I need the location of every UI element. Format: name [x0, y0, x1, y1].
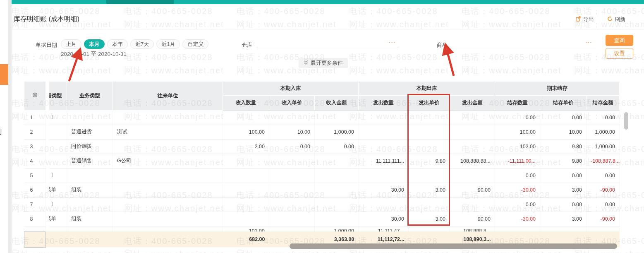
partner-column-header[interactable]: 往来单位	[113, 82, 223, 110]
table-cell	[67, 197, 113, 212]
table-cell	[409, 139, 450, 154]
table-cell: 90.00	[450, 183, 495, 197]
watermark-text: 网址：www.chanjet.net	[462, 19, 562, 30]
table-cell: 9.80	[540, 139, 587, 154]
table-cell: 30.00	[359, 212, 409, 226]
table-cell	[409, 125, 450, 139]
col-bal-qty[interactable]: 结存数量	[495, 95, 540, 110]
table-cell: 0.00	[495, 110, 540, 125]
table-row-7[interactable]: 7〕0.000.000.00	[24, 197, 620, 212]
product-picker-ellipsis-icon[interactable]: ...	[585, 38, 592, 44]
doc-type-column-header[interactable]: 单据类型	[49, 82, 67, 110]
date-option-1[interactable]: 上月	[61, 39, 81, 49]
col-out-amt[interactable]: 发出金额	[450, 95, 495, 110]
col-in-qty[interactable]: 收入数量	[223, 95, 269, 110]
table-row-9[interactable]: 102.001,000.0011,111,47...108,888,8...	[24, 226, 620, 231]
table-cell: 3.00	[540, 212, 587, 226]
table-cell	[409, 226, 450, 231]
date-option-6[interactable]: 自定义	[182, 39, 208, 49]
table-cell	[223, 212, 269, 226]
col-out-qty[interactable]: 发出数量	[359, 95, 409, 110]
side-orange-tab[interactable]	[0, 64, 8, 85]
warehouse-input[interactable]: ...	[256, 37, 399, 47]
arrow-to-product-field	[446, 48, 454, 76]
table-row-6[interactable]: 6组装单组装30.003.0090.00-30.003.00-90.00	[24, 183, 620, 197]
table-cell	[113, 139, 223, 154]
table-cell	[67, 110, 113, 125]
table-cell	[269, 183, 315, 197]
table-cell	[46, 212, 49, 226]
table-cell: 普通进货	[67, 125, 113, 139]
table-cell: 10.00	[540, 125, 587, 139]
table-cell: 〕	[49, 168, 67, 183]
date-option-2[interactable]: 本月	[84, 39, 105, 49]
gear-icon[interactable]	[32, 92, 38, 99]
table-cell: G公司	[113, 154, 223, 168]
refresh-label: 刷新	[615, 16, 625, 23]
watermark-text: 网址：www.chanjet.net	[462, 65, 562, 76]
table-row-2[interactable]: 2普通进货测试100.0010.001,000.00100.0010.001,0…	[24, 125, 620, 139]
table-cell	[46, 168, 49, 183]
col-bal-amt[interactable]: 结存金额	[587, 95, 620, 110]
date-range-value[interactable]: 2020-10-01 至 2020-10-31	[61, 51, 127, 58]
table-cell	[67, 226, 113, 231]
table-cell	[223, 168, 269, 183]
watermark-text: 网址：www.chanjet.net	[124, 19, 224, 30]
col-in-amt[interactable]: 收入金额	[315, 95, 359, 110]
watermark-text: 电话：400-665-0028	[349, 6, 438, 17]
table-cell: 0.00	[540, 168, 587, 183]
table-row-3[interactable]: 3同价调拨2.000.000.00102.009.801,000.00	[24, 139, 620, 154]
horizontal-scrollbar-thumb[interactable]	[290, 243, 617, 249]
page-title: 库存明细账 (成本明细)	[14, 15, 79, 24]
col-bal-price[interactable]: 结存单价	[540, 95, 587, 110]
date-quick-options: 上月本月本年近7天近1月自定义	[61, 39, 208, 49]
date-option-3[interactable]: 本年	[107, 39, 128, 49]
table-cell: 9.80	[540, 154, 587, 168]
table-cell: 102.00	[223, 226, 269, 231]
table-row-5[interactable]: 5〕0.000.000.00	[24, 168, 620, 183]
table-cell	[315, 212, 359, 226]
table-cell	[315, 154, 359, 168]
table-row-1[interactable]: 1〕0.000.000.00	[24, 110, 620, 125]
table-cell: 11,111,111...	[359, 154, 409, 168]
table-header: 单据类型 业务类型 往来单位 本期入库 本期出库 期末结存 收入数量 收入单价 …	[24, 82, 620, 110]
table-cell: 0.00	[540, 110, 587, 125]
vertical-scrollbar-thumb[interactable]	[624, 112, 628, 130]
refresh-button[interactable]: 刷新	[607, 16, 625, 23]
table-cell	[359, 125, 409, 139]
table-cell	[113, 110, 223, 125]
product-input[interactable]: ...	[452, 37, 596, 47]
watermark-text: 网址：www.chanjet.net	[349, 19, 449, 30]
table-cell: -30.00	[495, 212, 540, 226]
query-button[interactable]: 查询	[606, 35, 633, 46]
col-out-price[interactable]: 发出单价	[409, 95, 450, 110]
table-cell: 7	[24, 197, 46, 212]
table-cell	[495, 226, 540, 231]
watermark-text: 电话：400-665-0028	[237, 6, 326, 17]
table-cell: 1,000.00	[315, 226, 359, 231]
biz-type-column-header[interactable]: 业务类型	[67, 82, 113, 110]
table-cell: -90.00	[587, 212, 620, 226]
date-option-4[interactable]: 近7天	[130, 39, 154, 49]
table-cell	[223, 183, 269, 197]
table-cell: 1	[24, 110, 46, 125]
table-cell: -30.00	[495, 183, 540, 197]
table-cell	[409, 197, 450, 212]
column-settings-header[interactable]	[24, 82, 46, 110]
table-cell: 3.00	[409, 183, 450, 197]
table-cell	[49, 226, 67, 231]
warehouse-picker-ellipsis-icon[interactable]: ...	[389, 38, 396, 44]
col-in-price[interactable]: 收入单价	[269, 95, 315, 110]
settings-button[interactable]: 设置	[606, 48, 633, 59]
table-row-8[interactable]: 8组装单组装30.003.0090.00-30.003.00-90.00	[24, 212, 620, 226]
table-row-4[interactable]: 4普通销售G公司11,111,111...9.80108,888,88...-1…	[24, 154, 620, 168]
table-cell	[409, 168, 450, 183]
table-cell: 组装	[67, 212, 113, 226]
table-cell: 0.00	[495, 197, 540, 212]
date-option-5[interactable]: 近1月	[156, 39, 180, 49]
table-cell	[269, 168, 315, 183]
expand-more-conditions-button[interactable]: 展开更多条件	[299, 58, 348, 68]
export-button[interactable]: 导出	[576, 16, 594, 23]
top-teal-bar-active-segment[interactable]	[106, 0, 174, 4]
table-cell	[450, 168, 495, 183]
